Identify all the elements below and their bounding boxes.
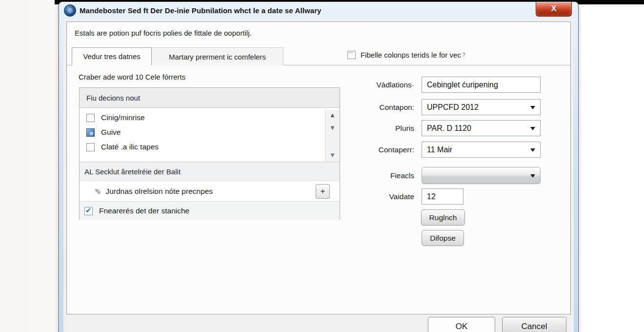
checkbox-unchecked-icon[interactable] (86, 143, 95, 151)
chevron-down-icon (530, 127, 535, 130)
close-button[interactable]: X (536, 2, 572, 17)
label-vaidate: Vaidate (330, 192, 414, 201)
app-icon (64, 4, 76, 17)
tab-martary-prerment[interactable]: Martary prerment ic comfelers (152, 47, 283, 65)
pluris-value: PAR. D 1120 (427, 124, 471, 133)
pluris-dropdown[interactable]: PAR. D 1120 (422, 120, 541, 136)
label-validations: Vàdlations· (330, 81, 414, 89)
window-title: Mandeboster Sed ft Der De-inie Pubnilati… (80, 6, 322, 15)
list-item[interactable]: Cinig/minrise (80, 110, 314, 125)
title-bar[interactable]: Mandeboster Sed ft Der De-inie Pubnilati… (59, 2, 578, 19)
fieacls-dropdown[interactable] (422, 167, 541, 184)
difopse-button[interactable]: Difopse (422, 230, 464, 246)
validations-input[interactable] (422, 77, 541, 93)
header-checkbox-label: Fibelle colonps terids le for vec (361, 51, 461, 59)
help-superscript: ? (463, 52, 465, 58)
ruglnch-button[interactable]: Ruglnch (421, 209, 465, 226)
list-subheader: AL Secklut âretelréie der Balit (80, 162, 340, 181)
footer-checkbox-row[interactable]: Fnearerés det der staniche (80, 201, 340, 220)
desktop-background: Mandeboster Sed ft Der De-inie Pubnilati… (0, 0, 644, 332)
label-contapon: Contapon: (330, 103, 414, 112)
label-fieacls: Fieacls (330, 171, 414, 180)
checkbox-checked-icon[interactable] (84, 207, 93, 215)
contapon-dropdown[interactable]: UPPCFD 2012 (422, 99, 541, 115)
cancel-button[interactable]: Cancel (502, 317, 566, 332)
footer-row-label: Fnearerés det der staniche (99, 207, 189, 215)
list-item-label: Guive (101, 128, 121, 137)
checkbox-checked-icon[interactable] (86, 128, 95, 137)
pencil-icon: ✎ (93, 188, 102, 194)
add-button[interactable]: + (316, 184, 330, 199)
list-item-label: Cinig/minrise (101, 113, 145, 122)
label-pluris: Pluris (330, 124, 414, 133)
edit-row[interactable]: ✎ Jurdnas olrelsion nóte precnpes + (80, 181, 340, 201)
options-group-box: Fiu decions nout Cinig/minrise Guive (79, 87, 340, 220)
chevron-down-icon (530, 106, 535, 109)
checkbox-unchecked-icon[interactable] (86, 114, 95, 122)
chevron-down-icon (530, 148, 535, 152)
dialog-window: Mandeboster Sed ft Der De-inie Pubnilati… (59, 1, 579, 332)
tab-vedur-tres-datnes[interactable]: Vedur tres datnes (72, 47, 152, 65)
header-checkbox[interactable]: Fibelle colonps terids le for vec ? (347, 51, 465, 59)
contaperr-value: 11 Mair (427, 145, 452, 154)
list-header: Fiu decions nout (80, 88, 340, 108)
checkbox-unchecked-icon[interactable] (347, 51, 356, 59)
tab-strip: Vedur tres datnes Martary prerment ic co… (67, 47, 570, 65)
intro-text: Estals are potion puf focris polies de f… (75, 29, 252, 37)
ok-button[interactable]: OK (428, 317, 495, 332)
group-caption: Craber ade word 10 Cele fórrerts (79, 73, 185, 81)
vaidate-input[interactable] (422, 188, 463, 205)
list-item-label: Claté .a ilic tapes (101, 143, 159, 151)
chevron-down-icon (530, 174, 535, 178)
contaperr-dropdown[interactable]: 11 Mair (422, 142, 541, 158)
list-item[interactable]: Guive (80, 125, 314, 140)
content-panel: Estals are potion puf focris polies de f… (66, 21, 571, 314)
list-item[interactable]: Claté .a ilic tapes (80, 140, 314, 154)
dialog-client-area: Estals are potion puf focris polies de f… (63, 19, 574, 332)
edit-row-label: Jurdnas olrelsion nóte precnpes (105, 187, 213, 196)
contapon-value: UPPCFD 2012 (427, 103, 479, 112)
label-contaperr: Contaperr: (330, 145, 414, 154)
checkbox-list: Cinig/minrise Guive Claté .a ilic tapes (80, 108, 340, 162)
